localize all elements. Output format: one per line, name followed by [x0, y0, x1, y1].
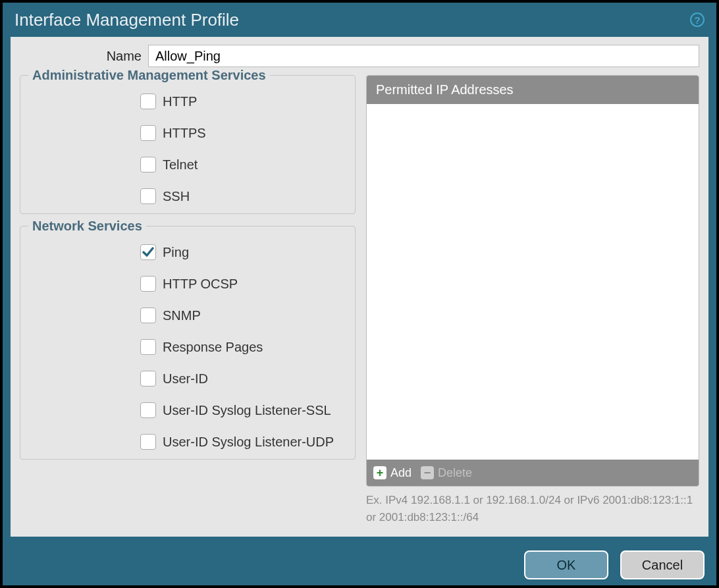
cancel-button[interactable]: Cancel [620, 550, 705, 579]
network-services-legend: Network Services [28, 219, 146, 234]
admin-service-row: HTTPS [140, 125, 347, 141]
add-button-label: Add [390, 466, 412, 480]
network-service-label: User-ID [163, 371, 208, 387]
network-service-row: User-ID Syslog Listener-UDP [140, 434, 347, 450]
admin-service-label: HTTP [163, 94, 197, 109]
two-column-area: Administrative Management Services HTTPH… [20, 75, 699, 527]
titlebar: Interface Management Profile ? [3, 3, 716, 37]
network-service-row: SNMP [140, 307, 347, 323]
admin-service-row: Telnet [140, 157, 347, 173]
network-service-checkbox[interactable] [140, 402, 156, 418]
admin-services-list: HTTPHTTPSTelnetSSH [28, 94, 347, 204]
admin-services-fieldset: Administrative Management Services HTTPH… [20, 75, 356, 214]
permitted-ip-body[interactable] [367, 104, 699, 460]
network-service-label: Ping [163, 245, 189, 260]
permitted-ip-hint: Ex. IPv4 192.168.1.1 or 192.168.1.0/24 o… [366, 492, 699, 525]
admin-service-checkbox[interactable] [140, 157, 156, 173]
name-label: Name [20, 49, 142, 64]
network-service-label: HTTP OCSP [163, 277, 238, 292]
network-service-checkbox[interactable] [140, 371, 156, 387]
admin-services-legend: Administrative Management Services [28, 68, 270, 83]
add-button[interactable]: + Add [373, 466, 412, 480]
network-service-row: Ping [140, 244, 347, 260]
minus-icon: − [421, 466, 434, 479]
admin-service-row: SSH [140, 188, 347, 204]
permitted-ip-panel: Permitted IP Addresses + Add − Delete [366, 75, 699, 487]
network-service-row: HTTP OCSP [140, 276, 347, 292]
permitted-ip-toolbar: + Add − Delete [367, 460, 699, 486]
network-service-checkbox[interactable] [140, 244, 156, 260]
button-bar: OK Cancel [3, 545, 716, 585]
permitted-ip-header: Permitted IP Addresses [367, 76, 699, 104]
dialog-title: Interface Management Profile [14, 10, 239, 30]
network-service-label: User-ID Syslog Listener-SSL [163, 403, 331, 418]
network-service-checkbox[interactable] [140, 434, 156, 450]
delete-button: − Delete [421, 466, 472, 480]
admin-service-checkbox[interactable] [140, 94, 156, 109]
name-input[interactable] [148, 45, 699, 67]
plus-icon: + [373, 466, 386, 479]
network-service-row: User-ID [140, 371, 347, 387]
right-column: Permitted IP Addresses + Add − Delete Ex… [366, 75, 699, 527]
network-service-row: Response Pages [140, 339, 347, 355]
network-services-list: PingHTTP OCSPSNMPResponse PagesUser-IDUs… [28, 244, 347, 450]
network-service-label: SNMP [163, 308, 201, 323]
admin-service-row: HTTP [140, 94, 347, 109]
admin-service-label: HTTPS [163, 126, 206, 141]
admin-service-checkbox[interactable] [140, 125, 156, 141]
admin-service-label: Telnet [163, 157, 198, 173]
dialog-content: Name Administrative Management Services … [11, 37, 708, 537]
network-service-label: Response Pages [163, 340, 263, 355]
delete-button-label: Delete [438, 466, 472, 480]
network-service-row: User-ID Syslog Listener-SSL [140, 402, 347, 418]
dialog-window: Interface Management Profile ? Name Admi… [3, 3, 716, 585]
network-services-fieldset: Network Services PingHTTP OCSPSNMPRespon… [20, 226, 356, 460]
network-service-checkbox[interactable] [140, 307, 156, 323]
ok-button[interactable]: OK [524, 550, 608, 579]
left-column: Administrative Management Services HTTPH… [20, 75, 356, 527]
help-icon[interactable]: ? [690, 13, 705, 27]
admin-service-checkbox[interactable] [140, 188, 156, 204]
network-service-checkbox[interactable] [140, 276, 156, 292]
network-service-label: User-ID Syslog Listener-UDP [163, 435, 334, 450]
name-row: Name [20, 45, 699, 67]
admin-service-label: SSH [163, 189, 190, 204]
network-service-checkbox[interactable] [140, 339, 156, 355]
